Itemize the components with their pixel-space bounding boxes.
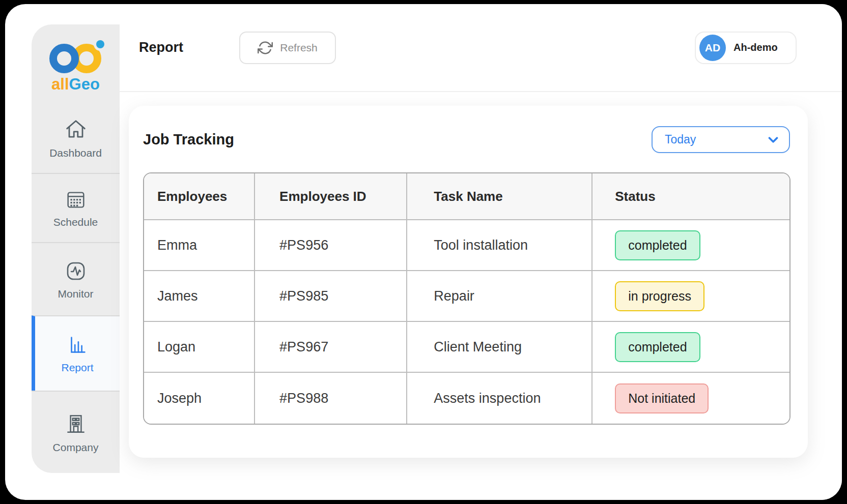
table-row: Joseph #PS988 Assets inspection Not init… bbox=[144, 373, 789, 424]
employee-id-cell: #PS985 bbox=[255, 271, 407, 322]
sidebar-item-label: Company bbox=[53, 441, 99, 454]
column-header-task-name: Task Name bbox=[407, 173, 592, 220]
table-row: Logan #PS967 Client Meeting completed bbox=[144, 322, 789, 373]
status-cell: Not initiated bbox=[592, 373, 789, 424]
sidebar-item-report[interactable]: Report bbox=[32, 315, 120, 391]
table-row: Emma #PS956 Tool installation completed bbox=[144, 220, 789, 271]
sidebar-item-label: Monitor bbox=[58, 288, 93, 300]
column-header-employees: Employees bbox=[144, 173, 255, 220]
avatar: AD bbox=[699, 35, 726, 61]
employee-id-cell: #PS956 bbox=[255, 220, 407, 271]
employee-name-cell: James bbox=[144, 271, 255, 322]
status-badge: Not initiated bbox=[615, 383, 709, 413]
status-badge: in progress bbox=[615, 281, 704, 311]
employee-name-cell: Logan bbox=[144, 322, 255, 373]
sidebar-item-company[interactable]: Company bbox=[32, 391, 120, 473]
job-table: Employees Employees ID Task Name Status … bbox=[143, 172, 790, 425]
screen: allGeo Dashboard bbox=[0, 0, 847, 504]
top-bar: Report Refresh AD Ah-demo bbox=[120, 4, 842, 92]
task-name-cell: Repair bbox=[407, 271, 592, 322]
employee-id-cell: #PS988 bbox=[255, 373, 407, 424]
sidebar: allGeo Dashboard bbox=[32, 24, 120, 473]
refresh-button[interactable]: Refresh bbox=[239, 32, 336, 64]
sidebar-item-label: Dashboard bbox=[49, 147, 102, 159]
sidebar-item-schedule[interactable]: Schedule bbox=[32, 173, 120, 242]
employee-name-cell: Emma bbox=[144, 220, 255, 271]
card-header: Job Tracking Today bbox=[129, 106, 808, 153]
date-filter-dropdown[interactable]: Today bbox=[652, 126, 790, 153]
sidebar-item-dashboard[interactable]: Dashboard bbox=[32, 102, 120, 173]
task-name-cell: Client Meeting bbox=[407, 322, 592, 373]
date-filter-value: Today bbox=[665, 133, 696, 146]
logo-text-geo: Geo bbox=[69, 75, 100, 93]
status-cell: completed bbox=[592, 322, 789, 373]
home-icon bbox=[63, 116, 89, 142]
refresh-button-label: Refresh bbox=[280, 42, 318, 54]
card-title: Job Tracking bbox=[143, 131, 234, 148]
page-title: Report bbox=[139, 40, 183, 55]
refresh-icon bbox=[258, 40, 273, 55]
logo-ring-blue bbox=[49, 44, 79, 73]
status-badge: completed bbox=[615, 230, 700, 260]
allgeo-logo[interactable]: allGeo bbox=[32, 24, 120, 102]
table-header-row: Employees Employees ID Task Name Status bbox=[144, 173, 789, 220]
user-menu[interactable]: AD Ah-demo bbox=[695, 32, 797, 64]
status-cell: completed bbox=[592, 220, 789, 271]
task-name-cell: Assets inspection bbox=[407, 373, 592, 424]
calendar-icon bbox=[64, 188, 88, 212]
app-window: allGeo Dashboard bbox=[5, 4, 842, 500]
sidebar-item-label: Report bbox=[61, 362, 93, 374]
status-badge: completed bbox=[615, 332, 700, 362]
employee-name-cell: Joseph bbox=[144, 373, 255, 424]
column-header-employees-id: Employees ID bbox=[255, 173, 407, 220]
monitor-pulse-icon bbox=[64, 259, 88, 283]
logo-wordmark: allGeo bbox=[51, 75, 100, 94]
column-header-status: Status bbox=[592, 173, 789, 220]
bar-chart-icon bbox=[66, 334, 89, 357]
user-name: Ah-demo bbox=[733, 42, 778, 53]
sidebar-item-monitor[interactable]: Monitor bbox=[32, 242, 120, 315]
employee-id-cell: #PS967 bbox=[255, 322, 407, 373]
main-area: Report Refresh AD Ah-demo Job Tracking bbox=[120, 4, 842, 500]
logo-dot bbox=[96, 40, 104, 48]
chevron-down-icon bbox=[766, 132, 781, 147]
sidebar-item-label: Schedule bbox=[53, 216, 98, 228]
logo-text-all: all bbox=[51, 75, 69, 93]
building-icon bbox=[63, 411, 89, 437]
status-cell: in progress bbox=[592, 271, 789, 322]
table-row: James #PS985 Repair in progress bbox=[144, 271, 789, 322]
job-tracking-card: Job Tracking Today Employees bbox=[129, 106, 808, 458]
task-name-cell: Tool installation bbox=[407, 220, 592, 271]
allgeo-logo-icon bbox=[49, 40, 102, 74]
